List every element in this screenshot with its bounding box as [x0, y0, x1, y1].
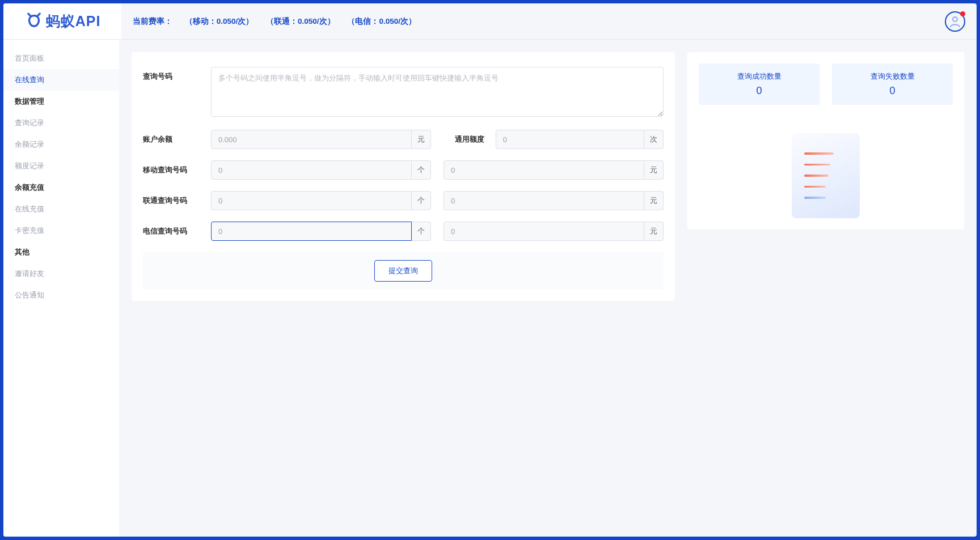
balance-unit: 元 [412, 130, 431, 149]
sidebar-item-query-records[interactable]: 查询记录 [3, 112, 119, 134]
stat-success: 查询成功数量 0 [699, 63, 820, 105]
sidebar-item-online-recharge[interactable]: 在线充值 [3, 198, 119, 220]
sidebar-group-data: 数据管理 [3, 91, 119, 112]
sidebar-item-online-query[interactable]: 在线查询 [3, 69, 119, 91]
submit-query-button[interactable]: 提交查询 [374, 260, 432, 282]
rate-info: 当前费率： （移动：0.050/次） （联通：0.050/次） （电信：0.05… [133, 16, 426, 27]
unicom-count-input [211, 191, 412, 210]
sidebar-item-card-recharge[interactable]: 卡密充值 [3, 220, 119, 241]
avatar[interactable] [945, 11, 965, 32]
sidebar-group-recharge: 余额充值 [3, 177, 119, 198]
mobile-cost-unit: 元 [644, 160, 664, 180]
unicom-label: 联通查询号码 [143, 191, 211, 206]
sidebar-group-other: 其他 [3, 241, 119, 263]
svg-point-0 [953, 17, 957, 22]
quota-unit: 次 [644, 130, 664, 149]
telecom-count-unit: 个 [412, 222, 431, 241]
telecom-label: 电信查询号码 [143, 222, 211, 236]
mobile-label: 移动查询号码 [143, 160, 211, 175]
notification-dot [960, 11, 965, 16]
mobile-count-unit: 个 [412, 160, 431, 180]
telecom-cost-unit: 元 [644, 222, 664, 241]
app-header: 蚂蚁API 当前费率： （移动：0.050/次） （联通：0.050/次） （电… [3, 3, 977, 40]
unicom-count-unit: 个 [412, 191, 431, 210]
unicom-cost-unit: 元 [644, 191, 664, 210]
sidebar: 首页面板 在线查询 数据管理 查询记录 余额记录 额度记录 余额充值 在线充值 … [3, 40, 119, 537]
sidebar-item-announcement[interactable]: 公告通知 [3, 284, 119, 306]
telecom-count-input [211, 222, 412, 241]
sidebar-item-quota-records[interactable]: 额度记录 [3, 155, 119, 177]
empty-illustration [699, 133, 953, 218]
sidebar-item-dashboard[interactable]: 首页面板 [3, 48, 119, 69]
logo[interactable]: 蚂蚁API [3, 3, 121, 39]
logo-text: 蚂蚁API [46, 12, 101, 31]
quota-input [496, 130, 644, 149]
balance-input [211, 130, 412, 149]
query-form-card: 查询号码 账户余额 元 [132, 52, 675, 301]
query-numbers-label: 查询号码 [143, 67, 211, 82]
query-numbers-textarea[interactable] [211, 67, 664, 117]
logo-icon [24, 11, 44, 32]
mobile-cost-input [443, 160, 644, 180]
stat-fail: 查询失败数量 0 [832, 63, 953, 105]
balance-label: 账户余额 [143, 130, 211, 144]
sidebar-item-balance-records[interactable]: 余额记录 [3, 134, 119, 155]
unicom-cost-input [443, 191, 644, 210]
user-icon [948, 15, 962, 28]
mobile-count-input [211, 160, 412, 180]
quota-label: 通用额度 [443, 134, 496, 144]
results-panel: 查询成功数量 0 查询失败数量 0 [687, 52, 964, 229]
sidebar-item-invite[interactable]: 邀请好友 [3, 263, 119, 284]
telecom-cost-input [443, 222, 644, 241]
